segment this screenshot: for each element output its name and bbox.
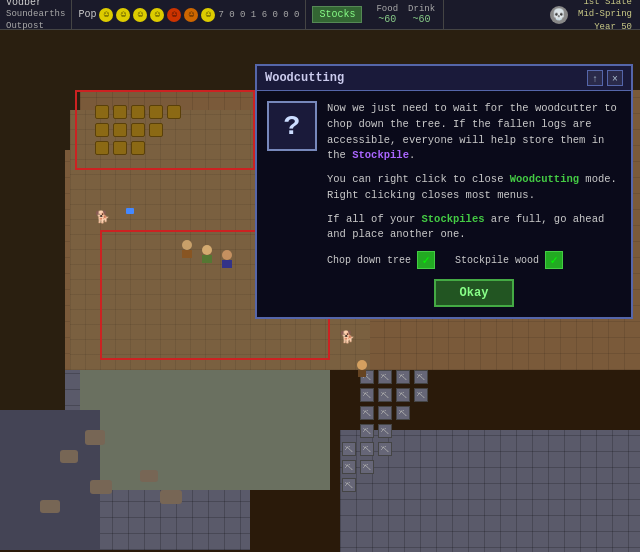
barrel-12 [131,141,145,155]
rock-2 [60,450,78,463]
pickaxe-14: ⛏ [342,442,356,456]
mid-floor-center [80,370,330,490]
pickaxe-4: ⛏ [414,370,428,384]
drink-value: ~60 [413,14,431,25]
question-mark-icon: ? [284,111,301,142]
check-item-2: Stockpile wood ✓ [455,251,563,269]
food-label: Food [376,4,398,14]
face-3: ☺ [133,8,147,22]
food-value: ~60 [378,14,396,25]
dog-1: 🐕 [95,210,110,225]
pickaxe-15: ⛏ [360,442,374,456]
barrel-7 [113,123,127,137]
pop-numbers: 7 0 0 1 6 0 0 0 [218,10,299,20]
dialog-body: ? Now we just need to wait for the woodc… [257,91,631,317]
drink-label: Drink [408,4,435,14]
date-line3: Year 50 [578,21,632,34]
tutorial-dialog: Woodcutting ↑ × ? Now we just need to wa… [255,64,633,319]
character-2 [200,245,214,265]
date-line1: 1st Slate [578,0,632,8]
rock-6 [160,490,182,504]
food-drink-section: Food ~60 Drink ~60 [368,0,444,29]
check-label-2: Stockpile wood [455,255,539,266]
rock-1 [85,430,105,445]
check-mark-1: ✓ [417,251,435,269]
dialog-close-btn[interactable]: × [607,70,623,86]
pop-label: Pop [78,9,96,20]
cave-wall-top-strip [0,30,640,60]
pickaxe-13: ⛏ [378,424,392,438]
dialog-content: Now we just need to wait for the woodcut… [327,101,621,307]
dog-2: 🐕 [340,330,355,345]
barrel-9 [149,123,163,137]
dialog-paragraph-2: You can right click to close Woodcutting… [327,172,621,204]
question-icon-box: ? [267,101,317,151]
settlement-type: Outpost [6,21,65,33]
settlement-subname: Soundearths [6,9,65,21]
barrel-6 [95,123,109,137]
face-4: ☺ [150,8,164,22]
rock-3 [90,480,112,494]
face-5: ☺ [167,8,181,22]
face-6: ☺ [184,8,198,22]
pickaxe-19: ⛏ [342,478,356,492]
food-col: Food ~60 [376,4,398,25]
character-3 [220,250,234,270]
pickaxe-16: ⛏ [378,442,392,456]
check-mark-2: ✓ [545,251,563,269]
pickaxe-17: ⛏ [342,460,356,474]
okay-button[interactable]: Okay [434,279,515,307]
face-2: ☺ [116,8,130,22]
barrel-3 [131,105,145,119]
dialog-titlebar: Woodcutting ↑ × [257,66,631,91]
skull-icon: 💀 [550,6,568,24]
pickaxe-3: ⛏ [396,370,410,384]
pickaxe-2: ⛏ [378,370,392,384]
character-4 [355,360,369,380]
dialog-controls: ↑ × [587,70,623,86]
dialog-scroll-btn[interactable]: ↑ [587,70,603,86]
dialog-title: Woodcutting [265,71,344,85]
dialog-paragraph-1: Now we just need to wait for the woodcut… [327,101,621,164]
pickaxe-8: ⛏ [414,388,428,402]
face-1: ☺ [99,8,113,22]
top-bar: Vodber Soundearths Outpost Pop ☺ ☺ ☺ ☺ ☺… [0,0,640,30]
right-section: 💀 1st Slate Mid-Spring Year 50 [444,0,640,29]
character-1 [180,240,194,260]
pickaxe-11: ⛏ [396,406,410,420]
pickaxe-6: ⛏ [378,388,392,402]
pickaxe-10: ⛏ [378,406,392,420]
barrel-5 [167,105,181,119]
dialog-paragraph-3: If all of your Stockpiles are full, go a… [327,212,621,244]
settlement-name: Vodber [6,0,65,9]
pickaxe-7: ⛏ [396,388,410,402]
pop-section: Pop ☺ ☺ ☺ ☺ ☺ ☺ ☺ 7 0 0 1 6 0 0 0 [72,0,306,29]
check-label-1: Chop down tree [327,255,411,266]
check-item-1: Chop down tree ✓ [327,251,435,269]
date-line2: Mid-Spring [578,8,632,21]
barrel-8 [131,123,145,137]
blue-item [126,208,134,214]
drink-col: Drink ~60 [408,4,435,25]
rock-4 [40,500,60,513]
pickaxe-5: ⛏ [360,388,374,402]
barrel-1 [95,105,109,119]
rock-5 [140,470,158,482]
barrel-11 [113,141,127,155]
pickaxe-12: ⛏ [360,424,374,438]
settlement-info: Vodber Soundearths Outpost [0,0,72,29]
pickaxe-9: ⛏ [360,406,374,420]
barrel-2 [113,105,127,119]
checklist: Chop down tree ✓ Stockpile wood ✓ [327,251,621,269]
game-world: 🐕 🐕 ⛏ ⛏ ⛏ ⛏ ⛏ ⛏ ⛏ ⛏ ⛏ ⛏ ⛏ ⛏ ⛏ ⛏ ⛏ ⛏ ⛏ ⛏ … [0,30,640,552]
face-7: ☺ [201,8,215,22]
barrel-4 [149,105,163,119]
pickaxe-18: ⛏ [360,460,374,474]
barrel-10 [95,141,109,155]
stocks-button[interactable]: Stocks [312,6,362,23]
date-display: 1st Slate Mid-Spring Year 50 [578,0,632,33]
